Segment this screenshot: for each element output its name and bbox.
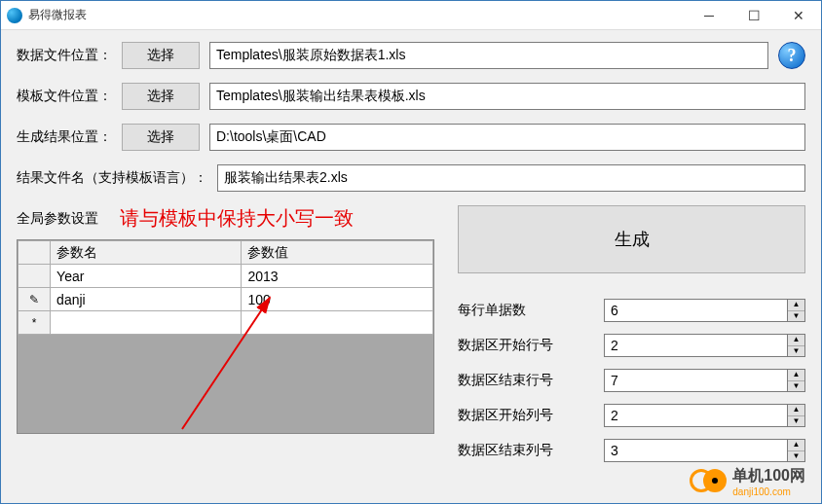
choose-template-file-button[interactable]: 选择 <box>122 83 200 110</box>
spin-up-icon[interactable]: ▲ <box>788 370 804 381</box>
spin-down-icon[interactable]: ▼ <box>788 416 804 427</box>
start-row-input[interactable] <box>605 335 787 356</box>
spin-up-icon[interactable]: ▲ <box>788 405 804 416</box>
row-result-name: 结果文件名（支持模板语言）： <box>17 164 805 192</box>
numeric-label: 数据区开始列号 <box>458 407 604 424</box>
row-result-loc: 生成结果位置： 选择 <box>17 124 805 151</box>
end-row-input[interactable] <box>605 370 787 391</box>
label-template-file: 模板文件位置： <box>17 88 112 105</box>
params-header: 全局参数设置 请与模板中保持大小写一致 <box>17 205 434 232</box>
titlebar: 易得微报表 ─ ☐ ✕ <box>1 1 821 30</box>
cell-name[interactable] <box>51 311 242 335</box>
numeric-label: 每行单据数 <box>458 302 604 319</box>
close-button[interactable]: ✕ <box>776 1 821 30</box>
spin-down-icon[interactable]: ▼ <box>788 451 804 462</box>
numeric-label: 数据区开始行号 <box>458 337 604 354</box>
spin-down-icon[interactable]: ▼ <box>788 346 804 357</box>
maximize-button[interactable]: ☐ <box>731 1 776 30</box>
col-header-value: 参数值 <box>242 241 433 265</box>
template-file-input[interactable] <box>209 83 805 110</box>
label-data-file: 数据文件位置： <box>17 47 112 64</box>
generate-button[interactable]: 生成 <box>458 205 805 273</box>
spin-down-icon[interactable]: ▼ <box>788 381 804 392</box>
watermark: 单机100网 danji100.com <box>690 466 805 497</box>
watermark-logo-icon <box>690 469 727 494</box>
params-grid-container: 参数名 参数值 Year 2013 ✎ <box>17 239 434 434</box>
end-row-stepper[interactable]: ▲▼ <box>604 369 805 392</box>
end-col-stepper[interactable]: ▲▼ <box>604 439 805 462</box>
cell-name[interactable]: danji <box>51 288 242 311</box>
numeric-row: 数据区开始列号 ▲▼ <box>458 404 805 427</box>
label-result-name: 结果文件名（支持模板语言）： <box>17 169 207 187</box>
help-icon[interactable]: ? <box>778 42 805 69</box>
start-row-stepper[interactable]: ▲▼ <box>604 334 805 357</box>
cell-value[interactable]: 2013 <box>242 265 433 288</box>
lower-area: 全局参数设置 请与模板中保持大小写一致 参数名 参数值 <box>17 205 805 474</box>
numeric-row: 数据区结束列号 ▲▼ <box>458 439 805 462</box>
global-params-hint: 请与模板中保持大小写一致 <box>120 205 354 232</box>
cell-value[interactable] <box>242 311 433 335</box>
watermark-name: 单机100网 <box>732 467 805 484</box>
row-marker-edit-icon: ✎ <box>19 288 51 311</box>
bills-per-row-stepper[interactable]: ▲▼ <box>604 299 805 322</box>
window-title: 易得微报表 <box>28 7 87 23</box>
watermark-url: danji100.com <box>732 486 805 497</box>
end-col-input[interactable] <box>605 440 787 461</box>
choose-data-file-button[interactable]: 选择 <box>122 42 200 69</box>
data-file-input[interactable] <box>209 42 768 69</box>
left-pane: 全局参数设置 请与模板中保持大小写一致 参数名 参数值 <box>17 205 434 474</box>
client-area: 数据文件位置： 选择 ? 模板文件位置： 选择 生成结果位置： 选择 结果文件名… <box>1 30 821 503</box>
main-window: 易得微报表 ─ ☐ ✕ 数据文件位置： 选择 ? 模板文件位置： 选择 生成结果… <box>0 0 822 504</box>
numeric-row: 每行单据数 ▲▼ <box>458 299 805 322</box>
result-name-input[interactable] <box>217 164 805 192</box>
numeric-row: 数据区结束行号 ▲▼ <box>458 369 805 392</box>
cell-name[interactable]: Year <box>51 265 242 288</box>
choose-result-loc-button[interactable]: 选择 <box>122 124 200 151</box>
row-template-file: 模板文件位置： 选择 <box>17 83 805 110</box>
start-col-stepper[interactable]: ▲▼ <box>604 404 805 427</box>
numeric-label: 数据区结束行号 <box>458 372 604 389</box>
spin-down-icon[interactable]: ▼ <box>788 311 804 322</box>
row-data-file: 数据文件位置： 选择 ? <box>17 42 805 69</box>
numeric-row: 数据区开始行号 ▲▼ <box>458 334 805 357</box>
cell-value[interactable]: 100 <box>242 288 433 311</box>
col-header-name: 参数名 <box>51 241 242 265</box>
grid-corner <box>19 241 51 265</box>
row-marker-new-icon: * <box>19 311 51 335</box>
global-params-title: 全局参数设置 <box>17 210 98 228</box>
label-result-loc: 生成结果位置： <box>17 128 112 146</box>
table-row[interactable]: ✎ danji 100 <box>19 288 433 311</box>
minimize-button[interactable]: ─ <box>687 1 731 30</box>
spin-up-icon[interactable]: ▲ <box>788 440 804 451</box>
table-row[interactable]: Year 2013 <box>19 265 433 288</box>
start-col-input[interactable] <box>605 405 787 426</box>
bills-per-row-input[interactable] <box>605 300 787 321</box>
app-icon <box>7 8 22 23</box>
result-loc-input[interactable] <box>209 124 805 151</box>
spin-up-icon[interactable]: ▲ <box>788 335 804 346</box>
numeric-label: 数据区结束列号 <box>458 442 604 459</box>
table-row[interactable]: * <box>19 311 433 335</box>
row-marker <box>19 265 51 288</box>
params-grid[interactable]: 参数名 参数值 Year 2013 ✎ <box>18 240 433 335</box>
spin-up-icon[interactable]: ▲ <box>788 300 804 311</box>
right-pane: 生成 每行单据数 ▲▼ 数据区开始行号 ▲▼ 数据区结束行号 <box>458 205 805 474</box>
